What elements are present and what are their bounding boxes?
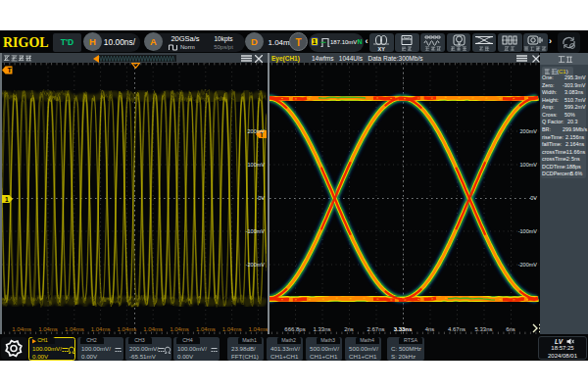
svg-text:1: 1 <box>5 195 9 202</box>
svg-text:T: T <box>8 67 13 74</box>
